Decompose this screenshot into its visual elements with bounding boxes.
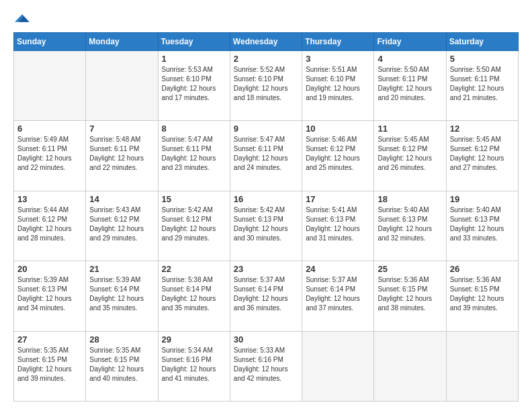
day-detail: Sunrise: 5:44 AM Sunset: 6:12 PM Dayligh… <box>17 205 82 243</box>
calendar-cell <box>446 331 518 401</box>
day-detail: Sunrise: 5:52 AM Sunset: 6:10 PM Dayligh… <box>234 65 298 103</box>
day-detail: Sunrise: 5:35 AM Sunset: 6:15 PM Dayligh… <box>89 346 154 383</box>
calendar-table: SundayMondayTuesdayWednesdayThursdayFrid… <box>13 32 519 402</box>
calendar-cell: 25Sunrise: 5:36 AM Sunset: 6:15 PM Dayli… <box>374 261 446 331</box>
day-number: 27 <box>17 334 82 345</box>
calendar-weekday-sunday: Sunday <box>14 33 86 51</box>
calendar-cell: 16Sunrise: 5:42 AM Sunset: 6:13 PM Dayli… <box>230 191 302 261</box>
day-detail: Sunrise: 5:47 AM Sunset: 6:11 PM Dayligh… <box>234 135 298 173</box>
calendar-cell: 24Sunrise: 5:37 AM Sunset: 6:14 PM Dayli… <box>302 261 374 331</box>
day-number: 24 <box>306 264 370 274</box>
calendar-cell: 18Sunrise: 5:40 AM Sunset: 6:13 PM Dayli… <box>374 191 446 261</box>
day-number: 8 <box>162 124 226 134</box>
calendar-cell: 14Sunrise: 5:43 AM Sunset: 6:12 PM Dayli… <box>86 191 158 261</box>
day-number: 6 <box>17 124 82 134</box>
calendar-cell: 5Sunrise: 5:50 AM Sunset: 6:11 PM Daylig… <box>446 51 518 121</box>
day-number: 26 <box>450 264 515 274</box>
day-number: 20 <box>17 264 82 274</box>
day-detail: Sunrise: 5:45 AM Sunset: 6:12 PM Dayligh… <box>450 135 515 173</box>
day-number: 23 <box>234 264 298 274</box>
day-detail: Sunrise: 5:42 AM Sunset: 6:13 PM Dayligh… <box>234 205 298 243</box>
calendar-weekday-saturday: Saturday <box>446 33 518 51</box>
calendar-week-row: 1Sunrise: 5:53 AM Sunset: 6:10 PM Daylig… <box>14 51 519 121</box>
calendar-cell: 1Sunrise: 5:53 AM Sunset: 6:10 PM Daylig… <box>158 51 230 121</box>
day-number: 21 <box>89 264 154 274</box>
day-number: 18 <box>378 194 442 204</box>
calendar-cell: 10Sunrise: 5:46 AM Sunset: 6:12 PM Dayli… <box>302 121 374 191</box>
calendar-weekday-tuesday: Tuesday <box>158 33 230 51</box>
calendar-cell: 6Sunrise: 5:49 AM Sunset: 6:11 PM Daylig… <box>14 121 86 191</box>
day-detail: Sunrise: 5:39 AM Sunset: 6:13 PM Dayligh… <box>17 275 82 313</box>
day-detail: Sunrise: 5:49 AM Sunset: 6:11 PM Dayligh… <box>17 135 82 173</box>
page: SundayMondayTuesdayWednesdayThursdayFrid… <box>0 0 532 411</box>
day-detail: Sunrise: 5:42 AM Sunset: 6:12 PM Dayligh… <box>162 205 226 243</box>
logo-icon <box>15 11 30 26</box>
calendar-cell <box>86 51 158 121</box>
day-detail: Sunrise: 5:33 AM Sunset: 6:16 PM Dayligh… <box>234 346 298 383</box>
calendar-cell: 15Sunrise: 5:42 AM Sunset: 6:12 PM Dayli… <box>158 191 230 261</box>
day-number: 28 <box>89 334 154 345</box>
logo-text <box>13 12 30 26</box>
calendar-cell: 4Sunrise: 5:50 AM Sunset: 6:11 PM Daylig… <box>374 51 446 121</box>
calendar-weekday-thursday: Thursday <box>302 33 374 51</box>
day-number: 2 <box>234 54 298 64</box>
calendar-cell: 29Sunrise: 5:34 AM Sunset: 6:16 PM Dayli… <box>158 331 230 401</box>
calendar-cell: 7Sunrise: 5:48 AM Sunset: 6:11 PM Daylig… <box>86 121 158 191</box>
calendar-cell: 30Sunrise: 5:33 AM Sunset: 6:16 PM Dayli… <box>230 331 302 401</box>
logo <box>13 12 30 26</box>
calendar-header-row: SundayMondayTuesdayWednesdayThursdayFrid… <box>14 33 519 51</box>
day-detail: Sunrise: 5:43 AM Sunset: 6:12 PM Dayligh… <box>89 205 154 243</box>
calendar-weekday-wednesday: Wednesday <box>230 33 302 51</box>
day-detail: Sunrise: 5:45 AM Sunset: 6:12 PM Dayligh… <box>378 135 442 173</box>
calendar-week-row: 6Sunrise: 5:49 AM Sunset: 6:11 PM Daylig… <box>14 121 519 191</box>
day-number: 25 <box>378 264 442 274</box>
day-detail: Sunrise: 5:35 AM Sunset: 6:15 PM Dayligh… <box>17 346 82 383</box>
calendar-cell: 22Sunrise: 5:38 AM Sunset: 6:14 PM Dayli… <box>158 261 230 331</box>
calendar-cell: 12Sunrise: 5:45 AM Sunset: 6:12 PM Dayli… <box>446 121 518 191</box>
day-detail: Sunrise: 5:37 AM Sunset: 6:14 PM Dayligh… <box>234 275 298 313</box>
day-number: 3 <box>306 54 370 64</box>
calendar-week-row: 27Sunrise: 5:35 AM Sunset: 6:15 PM Dayli… <box>14 331 519 401</box>
day-detail: Sunrise: 5:40 AM Sunset: 6:13 PM Dayligh… <box>378 205 442 243</box>
day-number: 12 <box>450 124 515 134</box>
day-number: 29 <box>162 334 226 345</box>
day-detail: Sunrise: 5:48 AM Sunset: 6:11 PM Dayligh… <box>89 135 154 173</box>
header <box>13 12 519 26</box>
calendar-cell: 13Sunrise: 5:44 AM Sunset: 6:12 PM Dayli… <box>14 191 86 261</box>
day-number: 22 <box>162 264 226 274</box>
day-detail: Sunrise: 5:38 AM Sunset: 6:14 PM Dayligh… <box>162 275 226 313</box>
day-detail: Sunrise: 5:41 AM Sunset: 6:13 PM Dayligh… <box>306 205 370 243</box>
day-detail: Sunrise: 5:36 AM Sunset: 6:15 PM Dayligh… <box>450 275 515 313</box>
day-number: 7 <box>89 124 154 134</box>
calendar-cell: 8Sunrise: 5:47 AM Sunset: 6:11 PM Daylig… <box>158 121 230 191</box>
calendar-cell: 20Sunrise: 5:39 AM Sunset: 6:13 PM Dayli… <box>14 261 86 331</box>
calendar-cell: 11Sunrise: 5:45 AM Sunset: 6:12 PM Dayli… <box>374 121 446 191</box>
day-number: 5 <box>450 54 515 64</box>
calendar-cell: 26Sunrise: 5:36 AM Sunset: 6:15 PM Dayli… <box>446 261 518 331</box>
day-number: 15 <box>162 194 226 204</box>
day-detail: Sunrise: 5:53 AM Sunset: 6:10 PM Dayligh… <box>162 65 226 103</box>
day-detail: Sunrise: 5:47 AM Sunset: 6:11 PM Dayligh… <box>162 135 226 173</box>
calendar-cell <box>374 331 446 401</box>
calendar-cell: 23Sunrise: 5:37 AM Sunset: 6:14 PM Dayli… <box>230 261 302 331</box>
calendar-week-row: 13Sunrise: 5:44 AM Sunset: 6:12 PM Dayli… <box>14 191 519 261</box>
calendar-cell <box>302 331 374 401</box>
day-number: 30 <box>234 334 298 345</box>
calendar-cell: 17Sunrise: 5:41 AM Sunset: 6:13 PM Dayli… <box>302 191 374 261</box>
day-number: 9 <box>234 124 298 134</box>
day-detail: Sunrise: 5:50 AM Sunset: 6:11 PM Dayligh… <box>378 65 442 103</box>
calendar-week-row: 20Sunrise: 5:39 AM Sunset: 6:13 PM Dayli… <box>14 261 519 331</box>
calendar-cell: 3Sunrise: 5:51 AM Sunset: 6:10 PM Daylig… <box>302 51 374 121</box>
day-number: 14 <box>89 194 154 204</box>
day-detail: Sunrise: 5:51 AM Sunset: 6:10 PM Dayligh… <box>306 65 370 103</box>
day-number: 4 <box>378 54 442 64</box>
day-detail: Sunrise: 5:50 AM Sunset: 6:11 PM Dayligh… <box>450 65 515 103</box>
day-number: 1 <box>162 54 226 64</box>
calendar-weekday-monday: Monday <box>86 33 158 51</box>
day-number: 17 <box>306 194 370 204</box>
calendar-cell: 21Sunrise: 5:39 AM Sunset: 6:14 PM Dayli… <box>86 261 158 331</box>
day-detail: Sunrise: 5:46 AM Sunset: 6:12 PM Dayligh… <box>306 135 370 173</box>
calendar-cell <box>14 51 86 121</box>
calendar-weekday-friday: Friday <box>374 33 446 51</box>
calendar-cell: 27Sunrise: 5:35 AM Sunset: 6:15 PM Dayli… <box>14 331 86 401</box>
